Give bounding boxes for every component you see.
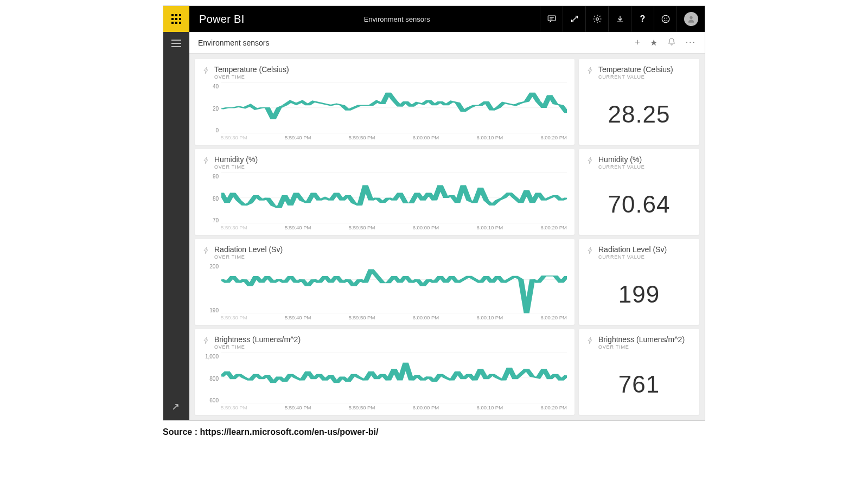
nav-toggle-button[interactable] — [171, 40, 181, 47]
plot-area — [221, 172, 567, 223]
dashboard-row: Radiation Level (Sv) OVER TIME 200190 5:… — [195, 239, 699, 325]
streaming-icon — [586, 247, 594, 256]
plot-area — [221, 262, 567, 313]
settings-button[interactable] — [585, 6, 608, 32]
dashboard-row: Brightness (Lumens/m^2) OVER TIME 1,0008… — [195, 329, 699, 415]
document-title: Environment sensors — [254, 6, 540, 32]
dashboard-grid: Temperature (Celsius) OVER TIME 40200 5:… — [189, 54, 705, 420]
x-axis: 5:59:30 PM5:59:40 PM5:59:50 PM6:00:00 PM… — [202, 224, 567, 230]
kpi-value: 70.64 — [608, 191, 670, 218]
breadcrumb-actions: + ★ ··· — [635, 37, 696, 48]
streaming-icon — [202, 337, 210, 346]
svg-rect-0 — [548, 16, 556, 21]
more-options-button[interactable]: ··· — [686, 37, 696, 48]
app-window: Power BI Environment sensors ? — [163, 5, 705, 421]
svg-point-7 — [690, 16, 692, 19]
tile-title: Radiation Level (Sv) — [214, 246, 283, 254]
dashboard-row: Humidity (%) OVER TIME 908070 5:59:30 PM… — [195, 149, 699, 235]
x-axis: 5:59:30 PM5:59:40 PM5:59:50 PM6:00:00 PM… — [202, 134, 567, 140]
tile-title: Radiation Level (Sv) — [598, 246, 667, 254]
y-axis: 908070 — [202, 172, 221, 223]
kpi-value: 28.25 — [608, 101, 670, 128]
brand-title: Power BI — [189, 6, 254, 32]
tile-subtitle: OVER TIME — [214, 75, 289, 80]
avatar-icon — [684, 12, 698, 26]
streaming-icon — [586, 67, 594, 76]
tile-title: Temperature (Celsius) — [598, 66, 673, 74]
plot-area — [221, 82, 567, 133]
tile-subtitle: OVER TIME — [214, 345, 301, 350]
brightness-kpi-tile[interactable]: Brightness (Lumens/m^2) OVER TIME 761 — [579, 329, 699, 415]
topbar: Power BI Environment sensors ? — [163, 6, 705, 32]
streaming-icon — [202, 247, 210, 256]
source-link[interactable]: https://learn.microsoft.com/en-us/power-… — [200, 427, 378, 436]
svg-point-3 — [596, 18, 598, 21]
fullscreen-button[interactable] — [563, 6, 585, 32]
tile-title: Humidity (%) — [598, 156, 645, 164]
x-axis: 5:59:30 PM5:59:40 PM5:59:50 PM6:00:00 PM… — [202, 314, 567, 320]
share-button[interactable]: ↗ — [171, 401, 181, 413]
feedback-button[interactable] — [654, 6, 676, 32]
source-attribution: Source : https://learn.microsoft.com/en-… — [163, 427, 705, 437]
breadcrumb-bar: Environment sensors + ★ ··· — [189, 32, 705, 54]
comments-button[interactable] — [540, 6, 563, 32]
tile-subtitle: OVER TIME — [598, 345, 685, 350]
tile-subtitle: OVER TIME — [214, 165, 258, 170]
breadcrumb-title: Environment sensors — [198, 38, 270, 47]
kpi-value: 199 — [618, 281, 660, 308]
tile-title: Humidity (%) — [214, 156, 258, 164]
add-tile-button[interactable]: + — [635, 37, 640, 48]
content-area: Environment sensors + ★ ··· Temperature … — [189, 32, 705, 420]
tile-subtitle: CURRENT VALUE — [598, 255, 667, 260]
tile-subtitle: CURRENT VALUE — [598, 75, 673, 80]
humidity-kpi-tile[interactable]: Humidity (%) CURRENT VALUE 70.64 — [579, 149, 699, 235]
plot-area — [221, 352, 567, 403]
streaming-icon — [202, 67, 210, 76]
account-button[interactable] — [676, 6, 705, 32]
subscribe-button[interactable] — [667, 37, 676, 48]
body: ↗ Environment sensors + ★ ··· — [163, 32, 705, 420]
streaming-icon — [202, 157, 210, 166]
app-launcher-button[interactable] — [163, 6, 189, 32]
x-axis: 5:59:30 PM5:59:40 PM5:59:50 PM6:00:00 PM… — [202, 404, 567, 410]
radiation-chart-tile[interactable]: Radiation Level (Sv) OVER TIME 200190 5:… — [195, 239, 575, 325]
svg-point-6 — [666, 18, 667, 19]
tile-title: Temperature (Celsius) — [214, 66, 289, 74]
y-axis: 1,000800600 — [202, 352, 221, 403]
humidity-chart-tile[interactable]: Humidity (%) OVER TIME 908070 5:59:30 PM… — [195, 149, 575, 235]
radiation-kpi-tile[interactable]: Radiation Level (Sv) CURRENT VALUE 199 — [579, 239, 699, 325]
brightness-chart-tile[interactable]: Brightness (Lumens/m^2) OVER TIME 1,0008… — [195, 329, 575, 415]
svg-point-5 — [663, 18, 665, 19]
tile-title: Brightness (Lumens/m^2) — [214, 336, 301, 344]
topbar-actions: ? — [540, 6, 705, 32]
streaming-icon — [586, 157, 594, 166]
left-nav-rail: ↗ — [163, 32, 189, 420]
temperature-chart-tile[interactable]: Temperature (Celsius) OVER TIME 40200 5:… — [195, 59, 575, 145]
help-button[interactable]: ? — [631, 6, 654, 32]
tile-subtitle: OVER TIME — [214, 255, 283, 260]
dashboard-row: Temperature (Celsius) OVER TIME 40200 5:… — [195, 59, 699, 145]
y-axis: 200190 — [202, 262, 221, 313]
streaming-icon — [586, 337, 594, 346]
kpi-value: 761 — [618, 371, 660, 398]
tile-title: Brightness (Lumens/m^2) — [598, 336, 685, 344]
favorite-button[interactable]: ★ — [650, 37, 658, 48]
svg-point-4 — [662, 15, 669, 23]
download-button[interactable] — [608, 6, 631, 32]
tile-subtitle: CURRENT VALUE — [598, 165, 645, 170]
waffle-icon — [171, 14, 181, 24]
temperature-kpi-tile[interactable]: Temperature (Celsius) CURRENT VALUE 28.2… — [579, 59, 699, 145]
y-axis: 40200 — [202, 82, 221, 133]
